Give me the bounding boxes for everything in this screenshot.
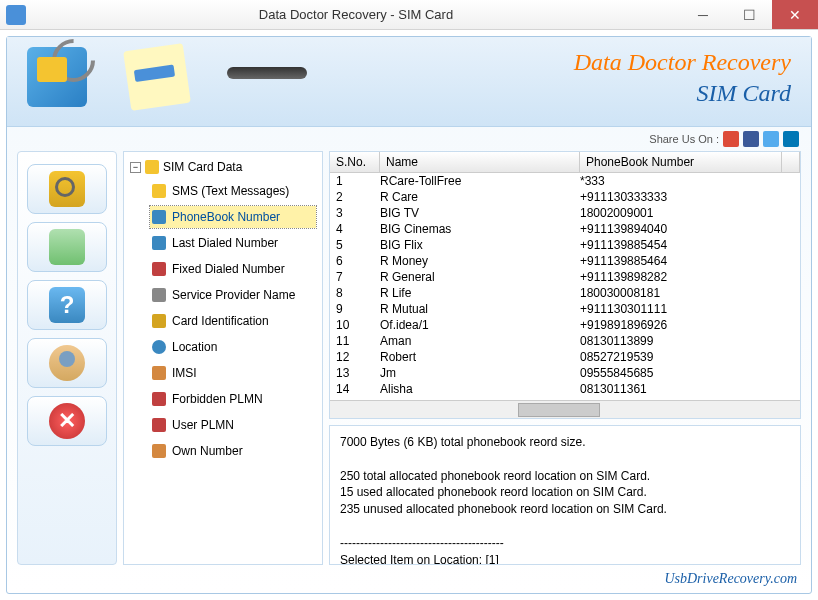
table-row[interactable]: 7R General+911139898282 [330, 269, 800, 285]
tree-item-label: User PLMN [172, 418, 234, 432]
cell-name: R General [380, 270, 580, 284]
cell-sno: 12 [330, 350, 380, 364]
table-row[interactable]: 10Of.idea/1+919891896926 [330, 317, 800, 333]
banner-subtitle: SIM Card [574, 80, 791, 107]
tree-item-label: Fixed Dialed Number [172, 262, 285, 276]
app-icon [6, 5, 26, 25]
imsi-icon [152, 366, 166, 380]
tree-item-label: Card Identification [172, 314, 269, 328]
cell-sno: 4 [330, 222, 380, 236]
cell-num: +919891896926 [580, 318, 800, 332]
save-button[interactable] [27, 222, 107, 272]
tree-item-label: Last Dialed Number [172, 236, 278, 250]
minimize-button[interactable]: ─ [680, 0, 726, 29]
titlebar: Data Doctor Recovery - SIM Card ─ ☐ ✕ [0, 0, 818, 30]
horizontal-scrollbar[interactable] [330, 400, 800, 418]
sp-icon [152, 288, 166, 302]
loc-icon [152, 340, 166, 354]
table-row[interactable]: 5BIG Flix+911139885454 [330, 237, 800, 253]
ld-icon [152, 236, 166, 250]
footer-link[interactable]: UsbDriveRecovery.com [7, 571, 811, 593]
tree-item-label: IMSI [172, 366, 197, 380]
exit-button[interactable]: ✕ [27, 396, 107, 446]
tree-item[interactable]: IMSI [150, 362, 316, 384]
sim-card-icon [27, 47, 87, 107]
help-button[interactable]: ? [27, 280, 107, 330]
cell-num: +911130333333 [580, 190, 800, 204]
table-row[interactable]: 8R Life180030008181 [330, 285, 800, 301]
cell-num: 180030008181 [580, 286, 800, 300]
table-row[interactable]: 3BIG TV18002009001 [330, 205, 800, 221]
tree-item[interactable]: Last Dialed Number [150, 232, 316, 254]
tree-panel: − SIM Card Data SMS (Text Messages)Phone… [123, 151, 323, 565]
cell-name: BIG Flix [380, 238, 580, 252]
column-header-number[interactable]: PhoneBook Number [580, 152, 782, 172]
table-row[interactable]: 4BIG Cinemas+911139894040 [330, 221, 800, 237]
tree-item[interactable]: Fixed Dialed Number [150, 258, 316, 280]
table-row[interactable]: 1RCare-TollFree*333 [330, 173, 800, 189]
fd-icon [152, 262, 166, 276]
maximize-button[interactable]: ☐ [726, 0, 772, 29]
tree-item-label: Forbidden PLMN [172, 392, 263, 406]
user-button[interactable] [27, 338, 107, 388]
tree-item[interactable]: SMS (Text Messages) [150, 180, 316, 202]
tree-item[interactable]: User PLMN [150, 414, 316, 436]
tree-item[interactable]: Service Provider Name [150, 284, 316, 306]
search-sim-button[interactable] [27, 164, 107, 214]
help-icon: ? [49, 287, 85, 323]
cell-num: 18002009001 [580, 206, 800, 220]
magnifier-icon [49, 171, 85, 207]
column-header-sno[interactable]: S.No. [330, 152, 380, 172]
cell-name: BIG TV [380, 206, 580, 220]
sms-icon [152, 184, 166, 198]
cell-sno: 3 [330, 206, 380, 220]
cell-num: +911139898282 [580, 270, 800, 284]
facebook-icon[interactable] [743, 131, 759, 147]
scroll-header [782, 152, 800, 172]
column-header-name[interactable]: Name [380, 152, 580, 172]
cell-sno: 2 [330, 190, 380, 204]
up-icon [152, 418, 166, 432]
cell-name: RCare-TollFree [380, 174, 580, 188]
table-row[interactable]: 6R Money+911139885464 [330, 253, 800, 269]
table-row[interactable]: 9R Mutual+911130301111 [330, 301, 800, 317]
share-row: Share Us On : [7, 127, 811, 151]
table-row[interactable]: 13Jm09555845685 [330, 365, 800, 381]
sidebar: ? ✕ [17, 151, 117, 565]
tree-item[interactable]: Forbidden PLMN [150, 388, 316, 410]
cell-name: Aman [380, 334, 580, 348]
cell-name: R Money [380, 254, 580, 268]
table-row[interactable]: 12Robert08527219539 [330, 349, 800, 365]
cell-num: +911139885464 [580, 254, 800, 268]
googleplus-icon[interactable] [723, 131, 739, 147]
tree-root-label[interactable]: SIM Card Data [163, 160, 242, 174]
data-grid: S.No. Name PhoneBook Number 1RCare-TollF… [329, 151, 801, 419]
cell-sno: 13 [330, 366, 380, 380]
cell-num: *333 [580, 174, 800, 188]
tree-item[interactable]: Card Identification [150, 310, 316, 332]
tree-item-label: Own Number [172, 444, 243, 458]
cell-sno: 5 [330, 238, 380, 252]
cell-name: Jm [380, 366, 580, 380]
cell-num: 08130113899 [580, 334, 800, 348]
table-row[interactable]: 2R Care+911130333333 [330, 189, 800, 205]
linkedin-icon[interactable] [783, 131, 799, 147]
window-title: Data Doctor Recovery - SIM Card [32, 7, 680, 22]
ci-icon [152, 314, 166, 328]
tree-item[interactable]: Own Number [150, 440, 316, 462]
table-row[interactable]: 14Alisha0813011361 [330, 381, 800, 397]
cell-num: +911139885454 [580, 238, 800, 252]
tree-item[interactable]: PhoneBook Number [150, 206, 316, 228]
tree-item[interactable]: Location [150, 336, 316, 358]
pb-icon [152, 210, 166, 224]
cell-name: BIG Cinemas [380, 222, 580, 236]
cell-num: +911139894040 [580, 222, 800, 236]
pen-icon [227, 67, 307, 79]
cell-sno: 6 [330, 254, 380, 268]
tree-collapse-icon[interactable]: − [130, 162, 141, 173]
twitter-icon[interactable] [763, 131, 779, 147]
table-row[interactable]: 11Aman08130113899 [330, 333, 800, 349]
sim-data-icon [145, 160, 159, 174]
close-button[interactable]: ✕ [772, 0, 818, 29]
cell-sno: 11 [330, 334, 380, 348]
